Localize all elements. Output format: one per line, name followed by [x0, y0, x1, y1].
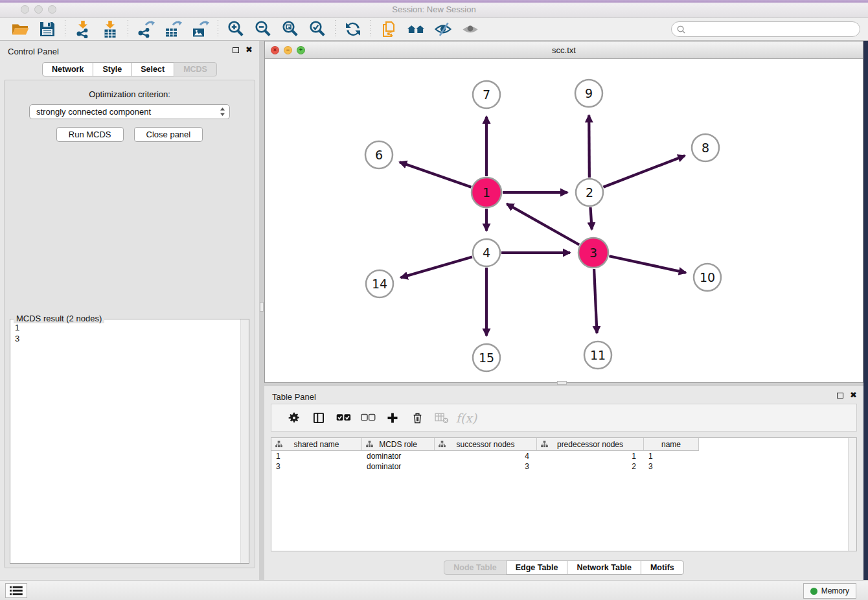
import-table-icon[interactable]: [97, 19, 124, 39]
search-box[interactable]: [671, 21, 860, 37]
edge-3-10[interactable]: [609, 256, 685, 273]
tab-style[interactable]: Style: [93, 62, 131, 76]
vertical-splitter[interactable]: [259, 41, 264, 580]
toolbar-separator: [128, 20, 128, 38]
run-mcds-button[interactable]: Run MCDS: [56, 127, 124, 142]
show-panels-button[interactable]: [5, 583, 27, 598]
table-tab-edge-table[interactable]: Edge Table: [506, 560, 568, 575]
import-network-icon[interactable]: [69, 19, 97, 39]
graph-node-14[interactable]: 14: [366, 270, 393, 297]
edge-2-8[interactable]: [603, 156, 685, 187]
column-header-shared-name[interactable]: shared name: [271, 438, 362, 451]
column-header-predecessor-nodes[interactable]: predecessor nodes: [537, 438, 644, 451]
graph-node-11[interactable]: 11: [584, 341, 611, 369]
zoom-selected-icon[interactable]: [304, 19, 331, 39]
float-table-panel-icon[interactable]: [837, 393, 843, 398]
table-cell[interactable]: 1: [644, 451, 699, 461]
table-cell[interactable]: 4: [435, 451, 537, 461]
mcds-result-group: MCDS result (2 nodes) 13: [10, 319, 249, 564]
table-cell[interactable]: 2: [537, 461, 644, 472]
graph-node-2[interactable]: 2: [576, 179, 603, 206]
window-title: Session: New Session: [0, 5, 868, 14]
horizontal-splitter-handle[interactable]: [557, 381, 567, 385]
delete-icon[interactable]: [405, 406, 429, 430]
edge-3-11[interactable]: [594, 269, 597, 333]
close-table-panel-icon[interactable]: ✖: [850, 392, 857, 398]
export-table-icon[interactable]: [159, 19, 187, 39]
node-table: shared nameMCDS rolesuccessor nodesprede…: [271, 437, 857, 551]
graph-node-6[interactable]: 6: [365, 141, 393, 168]
svg-text:4: 4: [483, 246, 490, 260]
save-session-icon[interactable]: [34, 19, 61, 39]
table-tab-motifs[interactable]: Motifs: [641, 560, 684, 575]
show-all-icon[interactable]: [457, 19, 484, 39]
table-toolbar: f(x): [271, 404, 857, 432]
memory-button[interactable]: Memory: [803, 583, 856, 599]
optimization-select[interactable]: strongly connected component: [29, 104, 230, 119]
table-row[interactable]: 3dominator323: [271, 461, 856, 472]
table-row[interactable]: 1dominator411: [271, 451, 856, 461]
export-image-icon[interactable]: [187, 19, 214, 39]
optimization-select-value: strongly connected component: [30, 107, 220, 117]
show-column-icon[interactable]: [306, 406, 331, 430]
application-window: Session: New Session Control Panel ✖ Net…: [0, 0, 868, 600]
open-session-icon[interactable]: [6, 19, 34, 39]
table-cell[interactable]: 3: [644, 461, 699, 472]
table-cell[interactable]: 1: [271, 451, 362, 461]
column-header-mcds-role[interactable]: MCDS role: [362, 438, 435, 451]
table-scrollbar[interactable]: [848, 438, 856, 551]
graph-node-1[interactable]: 1: [472, 178, 501, 207]
graph-node-10[interactable]: 10: [694, 264, 721, 291]
network-canvas-svg: 7968124314101511: [265, 59, 863, 382]
tab-select[interactable]: Select: [131, 62, 174, 76]
graph-node-4[interactable]: 4: [473, 239, 500, 266]
edge-2-3[interactable]: [590, 207, 591, 229]
copy-network-icon[interactable]: [375, 19, 402, 39]
table-cell[interactable]: 3: [271, 461, 362, 472]
add-icon[interactable]: [380, 406, 405, 430]
node-table-header: shared nameMCDS rolesuccessor nodesprede…: [271, 438, 856, 451]
vertical-splitter-handle[interactable]: [260, 302, 264, 312]
toolbar-separator: [218, 20, 218, 38]
float-panel-icon[interactable]: [233, 47, 239, 53]
control-panel-title: Control Panel: [8, 47, 59, 56]
table-cell[interactable]: 3: [435, 461, 537, 472]
tab-network[interactable]: Network: [42, 62, 93, 76]
hide-selected-icon[interactable]: [429, 19, 457, 39]
select-stepper-icon: [220, 107, 225, 117]
zoom-in-icon[interactable]: [222, 19, 249, 39]
table-tab-node-table[interactable]: Node Table: [444, 560, 506, 575]
settings-icon[interactable]: [282, 406, 306, 430]
export-network-icon[interactable]: [132, 19, 159, 39]
network-canvas[interactable]: 7968124314101511: [265, 59, 863, 382]
edge-1-6[interactable]: [400, 162, 471, 187]
refresh-icon[interactable]: [339, 19, 367, 39]
mcds-result-text[interactable]: 13: [10, 319, 240, 563]
zoom-fit-icon[interactable]: [277, 19, 304, 39]
table-cell[interactable]: dominator: [362, 461, 435, 472]
column-header-name[interactable]: name: [644, 438, 699, 451]
zoom-out-icon[interactable]: [249, 19, 277, 39]
deselect-all-icon[interactable]: [356, 406, 380, 430]
table-cell[interactable]: 1: [537, 451, 644, 461]
edge-4-14[interactable]: [401, 257, 472, 277]
desktop-background: [863, 41, 868, 600]
table-cell[interactable]: dominator: [362, 451, 435, 461]
tab-mcds[interactable]: MCDS: [174, 62, 217, 76]
graph-node-8[interactable]: 8: [692, 134, 719, 161]
edge-2-9[interactable]: [589, 115, 589, 178]
graph-node-15[interactable]: 15: [473, 344, 500, 371]
table-tab-network-table[interactable]: Network Table: [567, 560, 641, 575]
select-all-icon[interactable]: [331, 406, 356, 430]
close-panel-button[interactable]: Close panel: [134, 127, 203, 142]
graph-node-9[interactable]: 9: [575, 80, 602, 107]
first-neighbors-icon[interactable]: [402, 19, 429, 39]
svg-text:2: 2: [586, 185, 593, 200]
graph-node-7[interactable]: 7: [473, 81, 500, 108]
edge-3-1[interactable]: [507, 204, 579, 245]
close-panel-icon[interactable]: ✖: [246, 47, 253, 53]
search-input[interactable]: [685, 25, 860, 34]
mcds-result-scrollbar[interactable]: [240, 319, 249, 563]
column-header-successor-nodes[interactable]: successor nodes: [435, 438, 537, 451]
graph-node-3[interactable]: 3: [578, 238, 608, 268]
